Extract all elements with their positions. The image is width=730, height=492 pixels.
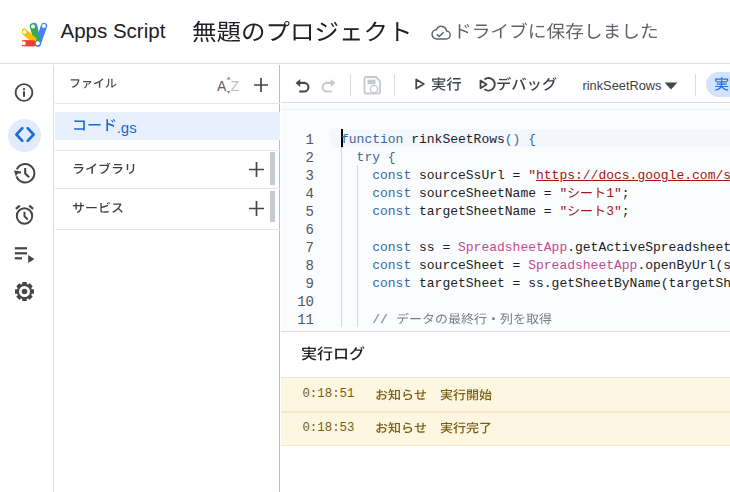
- svg-text:A: A: [217, 78, 227, 94]
- svg-text:Z: Z: [231, 78, 240, 94]
